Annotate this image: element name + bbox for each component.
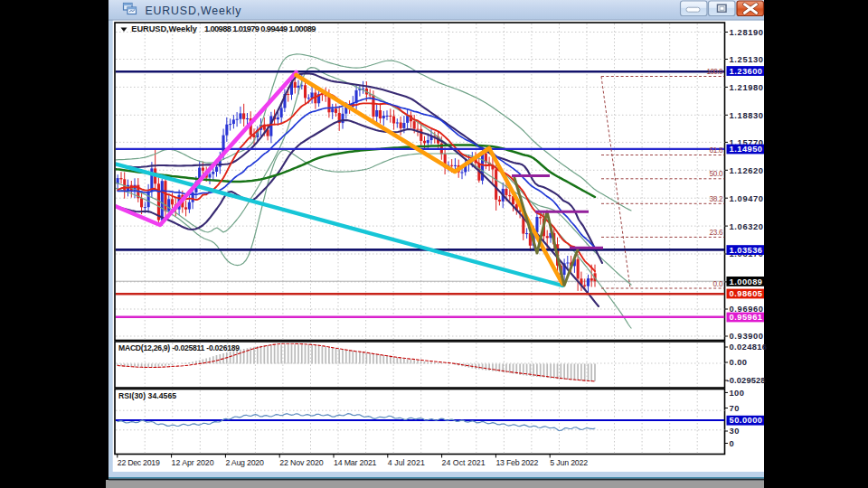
svg-text:1.25130: 1.25130 (730, 55, 764, 64)
svg-text:0.024816: 0.024816 (730, 343, 768, 352)
svg-text:24 Oct 2021: 24 Oct 2021 (442, 458, 486, 467)
svg-text:RSI(30) 34.4565: RSI(30) 34.4565 (118, 391, 176, 400)
svg-text:38.2: 38.2 (710, 195, 723, 203)
svg-text:0.93900: 0.93900 (730, 332, 764, 341)
svg-text:50.0000: 50.0000 (730, 416, 763, 425)
svg-text:0.0: 0.0 (713, 280, 723, 288)
svg-text:50.0: 50.0 (710, 170, 723, 178)
svg-text:22 Dec 2019: 22 Dec 2019 (118, 458, 160, 467)
svg-text:EURUSD,Weekly: EURUSD,Weekly (146, 5, 242, 17)
svg-text:2 Aug 2020: 2 Aug 2020 (225, 458, 264, 467)
svg-text:0.98605: 0.98605 (730, 289, 763, 298)
svg-text:MACD(12,26,9) -0.025811 -0.026: MACD(12,26,9) -0.025811 -0.026189 (118, 343, 240, 352)
svg-text:1.06320: 1.06320 (730, 222, 764, 231)
svg-text:5 Jun 2022: 5 Jun 2022 (550, 458, 588, 467)
svg-text:30: 30 (730, 427, 740, 436)
svg-text:1.09470: 1.09470 (730, 194, 764, 203)
svg-text:12 Apr 2020: 12 Apr 2020 (172, 458, 214, 467)
svg-text:1.00988 1.01979 0.99449 1.0008: 1.00988 1.01979 0.99449 1.00089 (204, 24, 316, 33)
svg-text:1.23600: 1.23600 (730, 67, 763, 76)
svg-text:13 Feb 2022: 13 Feb 2022 (495, 458, 538, 467)
svg-text:1.12620: 1.12620 (730, 166, 764, 175)
svg-text:4 Jul 2021: 4 Jul 2021 (388, 458, 425, 467)
svg-text:61.8: 61.8 (710, 146, 723, 155)
svg-text:100.0: 100.0 (707, 68, 723, 76)
svg-text:70: 70 (730, 404, 740, 413)
svg-text:1.00089: 1.00089 (730, 277, 763, 286)
svg-text:1.28190: 1.28190 (730, 28, 764, 37)
svg-text:23.6: 23.6 (710, 229, 723, 237)
svg-text:EURUSD,Weekly: EURUSD,Weekly (131, 24, 197, 33)
svg-text:1.18830: 1.18830 (730, 111, 764, 120)
svg-text:0: 0 (730, 439, 734, 448)
svg-text:22 Nov 2020: 22 Nov 2020 (279, 458, 323, 467)
svg-text:1.03536: 1.03536 (730, 246, 763, 255)
svg-text:14 Mar 2021: 14 Mar 2021 (334, 458, 377, 467)
svg-text:1.21980: 1.21980 (730, 83, 764, 92)
svg-text:1.14950: 1.14950 (730, 145, 763, 154)
svg-text:0.95961: 0.95961 (730, 313, 763, 322)
svg-text:-0.029528: -0.029528 (727, 376, 766, 385)
svg-text:100: 100 (730, 389, 744, 398)
svg-text:0.00: 0.00 (730, 358, 748, 367)
